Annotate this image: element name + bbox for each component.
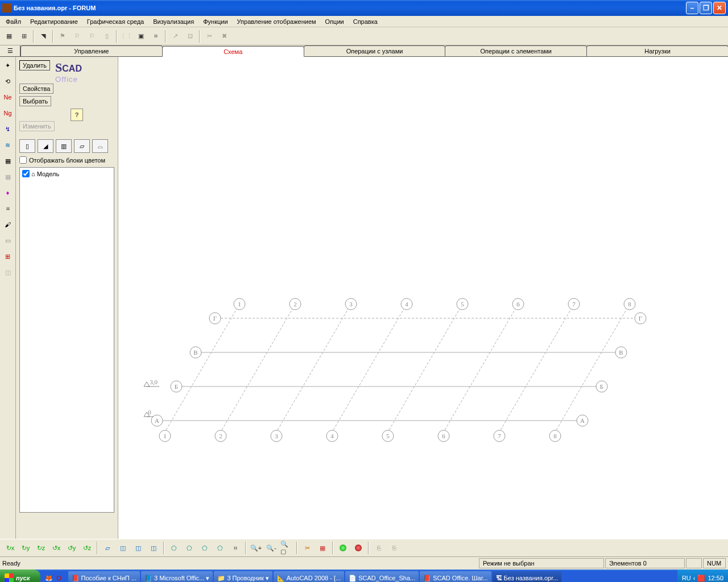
select-button[interactable]: Выбрать [19, 96, 51, 106]
tray-icon-1[interactable]: 🟥 [697, 575, 705, 582]
grid-icon[interactable]: ▦ [2, 30, 16, 43]
color-blocks-checkbox[interactable] [19, 156, 27, 164]
menu-options[interactable]: Опции [322, 17, 348, 26]
quick-firefox-icon[interactable]: 🦊 [44, 573, 54, 582]
red-dot-icon[interactable] [351, 541, 365, 555]
taskbar: пуск 🦊 O 📕Пособие к СНиП ... 📘3 Microsof… [0, 569, 728, 582]
t9-icon[interactable]: ⌗ [2, 202, 14, 215]
cube3-icon[interactable]: ◫ [147, 541, 160, 555]
t11-icon[interactable]: ⊞ [2, 250, 14, 263]
props-button[interactable]: Свойства [19, 84, 53, 94]
svg-text:6: 6 [516, 301, 520, 307]
bottom-toolbar: ↻x ↻y ↻z ↺x ↺y ↺z ▱ ◫ ◫ ◫ ⬠ ⬠ ⬠ ⬠ ⌗ 🔍+ 🔍… [0, 539, 728, 557]
zoom-out-icon[interactable]: 🔍- [264, 541, 278, 555]
task-item-2[interactable]: 📘3 Microsoft Offic...▾ [141, 571, 213, 582]
eraser-icon[interactable]: ◫ [2, 266, 14, 278]
delete-button[interactable]: Удалить [19, 60, 50, 70]
shape4-icon[interactable]: ▱ [74, 139, 90, 153]
axes-icon[interactable]: ✦ [2, 59, 14, 72]
t1-icon[interactable]: ⟲ [2, 75, 14, 88]
shape2-icon[interactable]: ◢ [38, 139, 53, 153]
maximize-button[interactable]: ❐ [700, 2, 712, 14]
green-dot-icon[interactable] [336, 541, 350, 555]
task-item-6[interactable]: 📕SCAD Office. Шаг... [420, 571, 491, 582]
frame-icon[interactable]: ⌗ [149, 30, 163, 43]
scad-logo: SSCADCAD Office [55, 60, 82, 84]
tab-loads[interactable]: Нагрузки [586, 45, 728, 56]
box-icon[interactable]: ▣ [134, 30, 148, 43]
add-grid-icon[interactable]: ⊞ [17, 30, 31, 43]
tray-clock[interactable]: 12:50 [708, 575, 723, 581]
menu-display[interactable]: Управление отображением [234, 17, 320, 26]
svg-line-8 [386, 304, 462, 436]
tree-root-check[interactable] [22, 170, 30, 177]
zoom-fit-icon[interactable]: 🔍▢ [280, 541, 293, 555]
proj-icon[interactable]: ▱ [101, 541, 114, 555]
rot-y-icon[interactable]: ↻y [19, 541, 32, 555]
windows-logo-icon [5, 573, 14, 582]
svg-text:В: В [193, 349, 197, 356]
shape1-icon[interactable]: ▯ [19, 139, 35, 153]
t2-icon[interactable]: Ne [2, 91, 14, 103]
close-button[interactable]: ✕ [713, 2, 726, 14]
menu-edit[interactable]: Редактирование [27, 17, 81, 26]
minimize-button[interactable]: – [686, 2, 698, 14]
shape5-icon[interactable]: ⌓ [92, 139, 108, 153]
menu-graphics[interactable]: Графическая среда [84, 17, 147, 26]
menu-help[interactable]: Справка [350, 17, 381, 26]
tab-nodes[interactable]: Операции с узлами [304, 45, 446, 56]
task-item-5[interactable]: 📄SCAD_Office_Sha... [345, 571, 419, 582]
zoom-in-icon[interactable]: 🔍+ [249, 541, 263, 555]
arrow-icon[interactable]: ◥ [36, 30, 50, 43]
t4-icon[interactable]: ↯ [2, 123, 14, 135]
start-button[interactable]: пуск [0, 569, 40, 582]
rot-z-icon[interactable]: ↻z [34, 541, 48, 555]
tab-scheme[interactable]: Схема [162, 46, 304, 57]
svg-line-4 [163, 304, 239, 436]
iso1-icon[interactable]: ⬠ [167, 541, 181, 555]
t5-icon[interactable]: ≋ [2, 139, 14, 151]
rot-x2-icon[interactable]: ↺x [49, 541, 63, 555]
drawing-canvas[interactable]: 1 2 3 4 5 6 7 8 1 2 3 4 5 6 7 8 Г В Б А … [118, 57, 728, 539]
iso2-icon[interactable]: ⬠ [183, 541, 196, 555]
svg-text:В: В [619, 349, 623, 356]
svg-text:3: 3 [275, 433, 278, 439]
menu-visual[interactable]: Визуализация [150, 17, 197, 26]
copy2-icon: ⎘ [387, 541, 401, 555]
grid2-icon[interactable]: ▦ [316, 541, 329, 555]
tree-toggle-icon[interactable]: ☰ [0, 45, 20, 56]
status-ready: Ready [2, 560, 20, 567]
task-item-7[interactable]: 🏗Без названия.opr... [493, 571, 562, 582]
brush-icon[interactable]: 🖌 [2, 218, 14, 231]
t7-icon[interactable]: ▦ [2, 171, 14, 183]
tab-control[interactable]: Управление [20, 45, 163, 56]
tab-elements[interactable]: Операции с элементами [445, 45, 587, 56]
frame2-icon[interactable]: ⌗ [229, 541, 242, 555]
menu-file[interactable]: Файл [2, 17, 24, 26]
quick-opera-icon[interactable]: O [54, 573, 64, 582]
rot-z2-icon[interactable]: ↺z [80, 541, 94, 555]
task-item-3[interactable]: 📁3 Проводник▾ [214, 571, 272, 582]
task-item-4[interactable]: 📐AutoCAD 2008 - [... [274, 571, 344, 582]
tray-arrow-icon[interactable]: ‹ [693, 575, 696, 581]
cube1-icon[interactable]: ◫ [116, 541, 130, 555]
t6-icon[interactable]: ▦ [2, 155, 14, 167]
rot-y2-icon[interactable]: ↺y [65, 541, 78, 555]
t8-icon[interactable]: ♦ [2, 186, 14, 199]
t3-icon[interactable]: Ng [2, 107, 14, 119]
task-item-1[interactable]: 📕Пособие к СНиП ... [68, 571, 140, 582]
menu-functions[interactable]: Функции [200, 17, 231, 26]
lang-indicator[interactable]: RU [682, 575, 691, 581]
iso4-icon[interactable]: ⬠ [213, 541, 227, 555]
flag2-icon: ⚐ [71, 30, 84, 43]
rot-x-icon[interactable]: ↻x [3, 541, 17, 555]
shape3-icon[interactable]: ▥ [56, 139, 72, 153]
model-tree[interactable]: ⌂ Модель [19, 167, 114, 513]
tree-root-node[interactable]: ⌂ Модель [22, 170, 111, 177]
scissors-icon[interactable]: ✂ [300, 541, 314, 555]
help-icon[interactable]: ? [71, 109, 83, 121]
svg-text:5: 5 [461, 301, 464, 307]
svg-text:7: 7 [498, 433, 501, 439]
cube2-icon[interactable]: ◫ [131, 541, 145, 555]
iso3-icon[interactable]: ⬠ [198, 541, 212, 555]
